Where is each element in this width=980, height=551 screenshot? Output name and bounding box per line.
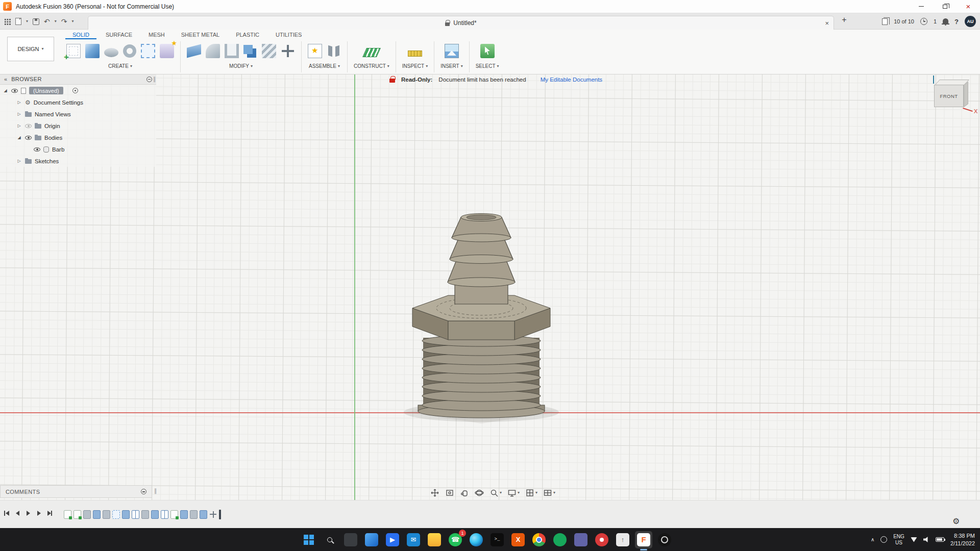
timeline-feature[interactable] (93, 510, 101, 519)
move-button[interactable] (281, 44, 295, 58)
timeline-feature[interactable] (64, 510, 71, 519)
taskbar-app-edge[interactable] (468, 531, 485, 548)
timeline-feature[interactable] (209, 510, 217, 519)
pan-icon[interactable] (430, 488, 439, 497)
look-at-icon[interactable] (445, 488, 454, 497)
construct-plane-button[interactable] (364, 45, 379, 57)
undo-icon[interactable]: ↶ (44, 18, 50, 25)
press-pull-button[interactable] (187, 44, 201, 58)
shell-button[interactable] (225, 44, 239, 58)
speaker-icon[interactable] (923, 537, 929, 542)
restore-button[interactable] (933, 0, 957, 13)
expand-icon[interactable]: ◢ (3, 88, 8, 93)
browser-display-toggle-icon[interactable] (146, 77, 152, 82)
expand-icon[interactable]: ▷ (16, 112, 22, 116)
workspace-selector[interactable]: DESIGN ▾ (7, 37, 54, 61)
tray-circle-icon[interactable] (880, 536, 887, 543)
new-component-button[interactable] (308, 44, 322, 58)
fillet-button[interactable] (206, 44, 220, 58)
comments-bar[interactable]: COMMENTS (0, 485, 152, 498)
viewports-icon[interactable]: ▾ (543, 488, 555, 497)
timeline-feature[interactable] (170, 510, 178, 519)
taskbar-app-window[interactable] (342, 531, 359, 548)
redo-icon[interactable]: ↷ (61, 18, 67, 25)
timeline-position-marker[interactable] (219, 510, 221, 519)
taskbar-app-mail[interactable]: ✉ (405, 531, 422, 548)
taskbar-app-arrow[interactable]: ↑ (614, 531, 631, 548)
taskbar-search-button[interactable] (321, 531, 338, 548)
taskbar-app-x[interactable]: X (509, 531, 527, 548)
timeline-feature[interactable] (200, 510, 207, 519)
browser-collapse-icon[interactable]: « (4, 76, 7, 82)
taskbar-app-indigo[interactable] (572, 531, 590, 548)
timeline-feature[interactable] (132, 510, 139, 519)
taskbar-app-green[interactable] (551, 531, 569, 548)
browser-row-sketches[interactable]: ▷ Sketches (0, 155, 156, 167)
timeline-feature[interactable] (161, 510, 168, 519)
timeline-feature[interactable] (141, 510, 149, 519)
tab-plastic[interactable]: PLASTIC (229, 31, 266, 39)
expand-icon[interactable]: ▷ (16, 123, 22, 128)
modify-menu[interactable]: MODIFY▾ (229, 63, 253, 69)
redo-caret-icon[interactable]: ▾ (72, 19, 74, 23)
3d-model-barb[interactable] (400, 208, 563, 433)
tab-surface[interactable]: SURFACE (99, 31, 139, 39)
comments-resize-grip[interactable]: ∥ (154, 488, 157, 494)
visibility-eye-icon[interactable] (25, 123, 32, 129)
tab-sheet-metal[interactable]: SHEET METAL (174, 31, 227, 39)
timeline-feature[interactable] (112, 510, 120, 519)
close-button[interactable]: × (957, 0, 980, 13)
minimize-button[interactable] (910, 0, 933, 13)
save-icon[interactable] (33, 18, 39, 25)
expand-icon[interactable]: ▷ (16, 100, 22, 105)
tray-overflow-icon[interactable]: ∧ (871, 537, 874, 542)
root-node-label[interactable]: (Unsaved) (29, 87, 63, 94)
file-menu-caret-icon[interactable]: ▾ (26, 19, 28, 23)
taskbar-app-whatsapp[interactable]: ☎1 (447, 531, 464, 548)
timeline-feature[interactable] (74, 510, 81, 519)
taskbar-app-chrome[interactable] (530, 531, 548, 548)
timeline-feature[interactable] (122, 510, 130, 519)
browser-row-origin[interactable]: ▷ Origin (0, 120, 156, 132)
browser-row-bodies[interactable]: ◢ Bodies (0, 132, 156, 143)
timeline-go-to-start-button[interactable] (3, 510, 10, 519)
document-tab-close-icon[interactable]: × (825, 19, 829, 27)
insert-menu[interactable]: INSERT▾ (440, 63, 463, 69)
expand-icon[interactable]: ◢ (16, 135, 22, 140)
taskbar-app-dark[interactable] (656, 531, 673, 548)
taskbar-app-photos[interactable] (363, 531, 380, 548)
app-grid-icon[interactable] (4, 18, 11, 25)
timeline-feature[interactable] (83, 510, 91, 519)
combine-button[interactable] (243, 48, 257, 54)
taskbar-clock[interactable]: 8:38 PM 2/11/2022 (950, 532, 975, 547)
document-tab[interactable]: Untitled* × (88, 16, 834, 30)
language-indicator[interactable]: ENG US (893, 534, 904, 546)
taskbar-app-explorer[interactable] (426, 531, 443, 548)
create-menu[interactable]: CREATE▾ (108, 63, 132, 69)
timeline-feature[interactable] (103, 510, 110, 519)
wifi-icon[interactable] (911, 537, 917, 542)
battery-icon[interactable] (936, 537, 944, 542)
new-tab-button[interactable]: + (839, 15, 849, 24)
tab-utilities[interactable]: UTILITIES (268, 31, 309, 39)
measure-button[interactable] (408, 46, 422, 57)
timeline-feature[interactable] (190, 510, 198, 519)
select-button[interactable] (480, 44, 495, 58)
avatar[interactable]: AU (965, 16, 976, 27)
create-sketch-button[interactable] (66, 44, 81, 58)
timeline-feature[interactable] (180, 510, 188, 519)
zoom-icon[interactable]: ▾ (489, 488, 502, 497)
visibility-eye-icon[interactable] (34, 147, 40, 152)
pattern-button[interactable] (141, 44, 155, 58)
timeline-feature[interactable] (151, 510, 159, 519)
timeline-go-to-end-button[interactable] (46, 510, 53, 519)
taskbar-app-fusion[interactable]: F (635, 531, 652, 548)
job-clock-icon[interactable] (920, 18, 927, 25)
tab-solid[interactable]: SOLID (65, 31, 96, 39)
timeline-play-button[interactable] (24, 510, 32, 519)
viewcube[interactable]: Z FRONT X (930, 77, 979, 126)
browser-row-document-settings[interactable]: ▷ ⚙ Document Settings (0, 96, 156, 108)
torus-button[interactable] (123, 44, 136, 58)
grid-settings-icon[interactable]: ▾ (525, 488, 537, 497)
sweep-button[interactable] (104, 45, 118, 57)
